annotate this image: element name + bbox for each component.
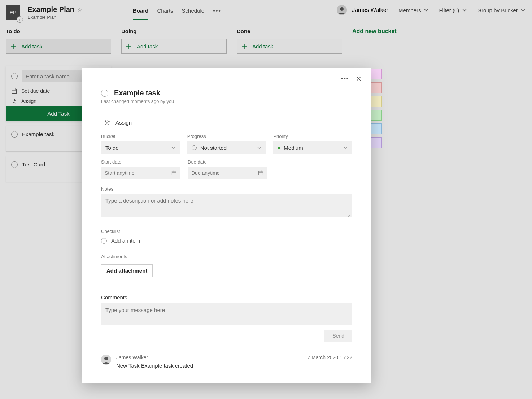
dialog-title[interactable]: Example task (114, 89, 160, 97)
assign-button[interactable]: Assign (101, 119, 352, 126)
due-date-label: Due date (188, 159, 267, 165)
bucket-select[interactable]: To do (101, 141, 180, 154)
close-icon[interactable] (355, 75, 362, 82)
due-date-input-wrap[interactable] (188, 167, 267, 179)
attachments-label: Attachments (101, 254, 352, 259)
due-date-field: Due date (188, 159, 267, 179)
priority-select[interactable]: Medium (273, 141, 352, 154)
swatch-blue[interactable] (371, 123, 382, 134)
swatch-pink[interactable] (371, 69, 382, 79)
swatch-red[interactable] (371, 82, 382, 93)
calendar-icon[interactable] (258, 170, 263, 176)
comment-input-wrap[interactable] (101, 303, 352, 325)
checklist-label: Checklist (101, 229, 352, 234)
dialog-subtitle: Last changed moments ago by you (101, 99, 352, 104)
chevron-down-icon (343, 145, 348, 150)
checklist-circle-icon (101, 238, 107, 244)
more-icon[interactable]: ••• (341, 75, 349, 82)
svg-point-8 (104, 357, 108, 360)
comment-textarea[interactable] (105, 307, 348, 319)
comments-label: Comments (101, 294, 352, 300)
resize-handle-icon[interactable] (346, 213, 350, 217)
progress-field: Progress Not started (187, 134, 266, 154)
chevron-down-icon (257, 145, 262, 150)
task-complete-checkbox[interactable] (101, 90, 108, 97)
notes-label: Notes (101, 186, 352, 192)
swatch-green[interactable] (371, 110, 382, 121)
start-date-label: Start date (101, 159, 180, 165)
activity-text: New Task Example task created (116, 363, 352, 369)
checklist-add-button[interactable]: Add an item (101, 238, 352, 244)
calendar-icon[interactable] (171, 170, 177, 176)
person-add-icon (104, 119, 110, 126)
progress-circle-icon (192, 145, 197, 150)
activity-timestamp: 17 March 2020 15:22 (305, 355, 352, 360)
swatch-yellow[interactable] (371, 96, 382, 107)
task-dialog: ••• Example task Last changed moments ag… (82, 68, 371, 383)
start-date-input-wrap[interactable] (101, 167, 180, 179)
bucket-label: Bucket (101, 134, 180, 139)
send-button[interactable]: Send (324, 330, 352, 342)
notes-textarea[interactable] (101, 194, 352, 217)
svg-rect-6 (259, 171, 263, 175)
due-date-input[interactable] (191, 170, 258, 176)
priority-dot-icon (278, 147, 280, 149)
svg-point-4 (106, 120, 108, 122)
swatch-purple[interactable] (371, 137, 382, 148)
label-swatches (371, 69, 382, 148)
add-attachment-button[interactable]: Add attachment (101, 264, 153, 277)
chevron-down-icon (171, 145, 176, 150)
bucket-field: Bucket To do (101, 134, 180, 154)
progress-select[interactable]: Not started (187, 141, 266, 154)
progress-label: Progress (187, 134, 266, 139)
priority-label: Priority (273, 134, 352, 139)
activity-entry: James Walker 17 March 2020 15:22 New Tas… (101, 355, 352, 369)
activity-author: James Walker (116, 355, 148, 360)
svg-rect-5 (172, 171, 176, 175)
start-date-field: Start date (101, 159, 180, 179)
start-date-input[interactable] (105, 170, 171, 176)
avatar-icon (101, 355, 111, 365)
priority-field: Priority Medium (273, 134, 352, 154)
